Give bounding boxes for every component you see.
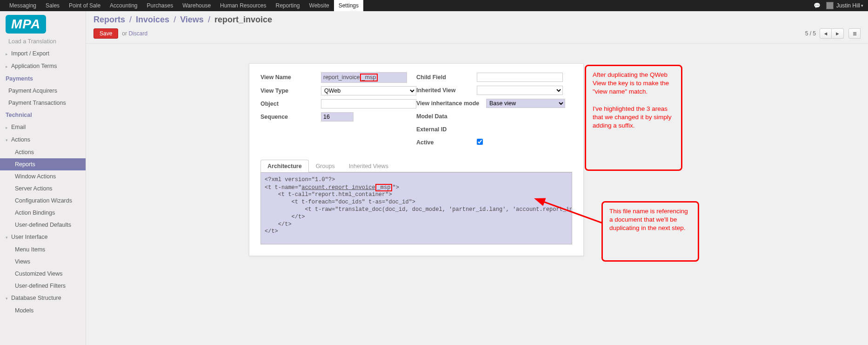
architecture-code[interactable]: <?xml version="1.0"?> <t t-name="account… — [260, 172, 572, 244]
breadcrumb: Reports / Invoices / Views / report_invo… — [86, 11, 868, 26]
sequence-input[interactable] — [321, 112, 354, 122]
messaging-icon[interactable]: 💬 — [814, 2, 821, 9]
menu-warehouse[interactable]: Warehouse — [178, 0, 215, 11]
sidebar-menu-items[interactable]: Menu Items — [0, 244, 86, 256]
user-name: Justin Hill — [836, 2, 860, 9]
logo[interactable]: MPA — [0, 11, 86, 35]
menu-accounting[interactable]: Accounting — [105, 0, 142, 11]
tab-architecture[interactable]: Architecture — [260, 160, 309, 172]
sidebar-user-interface[interactable]: ▾User Interface — [0, 231, 86, 244]
breadcrumb-views[interactable]: Views — [180, 15, 204, 24]
highlight-view-name-suffix: _msp — [360, 74, 378, 81]
label-view-name: View Name — [260, 74, 321, 81]
sidebar-payments[interactable]: Payments — [0, 73, 86, 85]
menu-purchases[interactable]: Purchases — [142, 0, 178, 11]
object-input[interactable] — [321, 99, 416, 108]
top-menu: MessagingSalesPoint of SaleAccountingPur… — [0, 0, 868, 11]
breadcrumb-invoices[interactable]: Invoices — [136, 15, 169, 24]
label-child-field: Child Field — [416, 74, 477, 81]
callout-2: This file name is referencing a document… — [601, 201, 699, 262]
menu-reporting[interactable]: Reporting — [271, 0, 304, 11]
sidebar-application-terms[interactable]: ▸Application Terms — [0, 60, 86, 73]
sidebar-window-actions[interactable]: Window Actions — [0, 170, 86, 183]
pager-prev[interactable]: ◄ — [820, 28, 832, 39]
user-menu[interactable]: Justin Hill ▾ — [826, 2, 863, 9]
breadcrumb-reports[interactable]: Reports — [93, 15, 125, 24]
pager-text: 5 / 5 — [805, 30, 816, 37]
discard-link[interactable]: Discard — [128, 30, 147, 37]
tab-inherited-views[interactable]: Inherited Views — [342, 160, 395, 172]
label-inherited-view: Inherited View — [416, 87, 477, 94]
inherit-mode-select[interactable]: Base view — [486, 99, 565, 108]
sidebar-load-a-translation[interactable]: Load a Translation — [0, 35, 86, 47]
label-object: Object — [260, 101, 321, 107]
sidebar-user-defined-defaults[interactable]: User-defined Defaults — [0, 219, 86, 231]
pager: 5 / 5 ◄ ► ≣ — [805, 28, 861, 39]
sidebar-user-defined-filters[interactable]: User-defined Filters — [0, 280, 86, 292]
callout-1: After duplicating the QWeb View the key … — [585, 65, 682, 171]
sidebar-reports[interactable]: Reports — [0, 158, 86, 170]
pager-next[interactable]: ► — [832, 28, 844, 39]
active-checkbox[interactable] — [477, 139, 483, 145]
view-name-input[interactable]: report_invoice_msp — [321, 72, 407, 83]
sidebar-technical[interactable]: Technical — [0, 109, 86, 121]
sidebar-configuration-wizards[interactable]: Configuration Wizards — [0, 195, 86, 207]
menu-website[interactable]: Website — [305, 0, 334, 11]
inherited-view-select[interactable] — [477, 86, 563, 95]
sidebar-payment-transactions[interactable]: Payment Transactions — [0, 97, 86, 109]
menu-human-resources[interactable]: Human Resources — [215, 0, 271, 11]
sidebar-server-actions[interactable]: Server Actions — [0, 183, 86, 195]
child-field-input[interactable] — [477, 73, 563, 82]
view-list-icon[interactable]: ≣ — [848, 28, 861, 39]
sidebar-customized-views[interactable]: Customized Views — [0, 268, 86, 280]
avatar — [826, 2, 834, 9]
save-button[interactable]: Save — [93, 28, 118, 39]
menu-sales[interactable]: Sales — [41, 0, 64, 11]
menu-point-of-sale[interactable]: Point of Sale — [64, 0, 105, 11]
label-view-type: View Type — [260, 88, 321, 94]
label-sequence: Sequence — [260, 114, 321, 120]
breadcrumb-current: report_invoice — [214, 15, 272, 24]
form-sheet: View Name report_invoice_msp View Type Q… — [249, 63, 584, 256]
label-model-data: Model Data — [416, 113, 477, 120]
sidebar-payment-acquirers[interactable]: Payment Acquirers — [0, 85, 86, 97]
label-active: Active — [416, 139, 477, 146]
sidebar-views[interactable]: Views — [0, 256, 86, 268]
sidebar-actions[interactable]: Actions — [0, 146, 86, 158]
label-inherit-mode: View inheritance mode — [416, 100, 486, 107]
highlight-tname-suffix: _msp — [375, 184, 393, 191]
toolbar: Save or Discard 5 / 5 ◄ ► ≣ — [86, 26, 868, 44]
main-content: Reports / Invoices / Views / report_invo… — [86, 11, 868, 345]
sidebar-action-bindings[interactable]: Action Bindings — [0, 207, 86, 219]
menu-messaging[interactable]: Messaging — [5, 0, 41, 11]
sidebar-models[interactable]: Models — [0, 304, 86, 317]
label-external-id: External ID — [416, 126, 477, 133]
sidebar-database-structure[interactable]: ▾Database Structure — [0, 292, 86, 304]
chevron-down-icon: ▾ — [861, 3, 863, 8]
tab-groups[interactable]: Groups — [309, 160, 342, 172]
view-type-select[interactable]: QWeb — [321, 86, 416, 95]
menu-settings[interactable]: Settings — [334, 0, 363, 11]
sidebar-import-export[interactable]: ▸Import / Export — [0, 47, 86, 60]
sidebar-actions[interactable]: ▾Actions — [0, 134, 86, 146]
tabs: Architecture Groups Inherited Views — [260, 160, 572, 172]
sidebar: MPA Load a Translation▸Import / Export▸A… — [0, 11, 86, 345]
sidebar-email[interactable]: ▸Email — [0, 121, 86, 134]
